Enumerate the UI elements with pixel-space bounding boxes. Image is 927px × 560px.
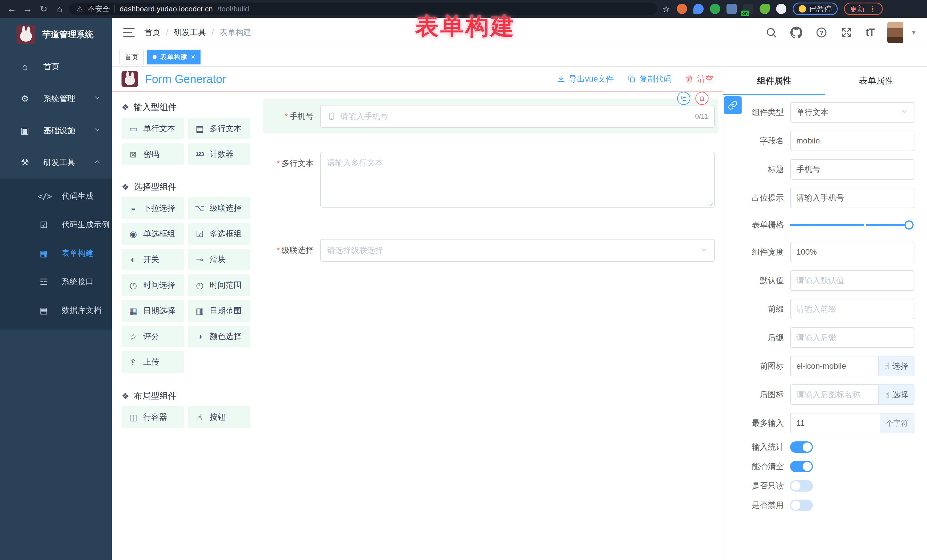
github-icon[interactable] [790, 27, 802, 38]
delete-field-button[interactable] [695, 92, 708, 105]
grid-slider[interactable] [790, 224, 909, 226]
sidebar-item-infra[interactable]: ▣ 基础设施 [0, 115, 112, 147]
paused-pill[interactable]: 已暂停 [793, 3, 838, 15]
form-canvas[interactable]: 手机号 请输入手机号 0/11 多行文本 请输入多行文本 [258, 92, 723, 560]
extension-icon-orange[interactable] [677, 4, 687, 14]
link-button[interactable] [724, 96, 742, 114]
tab-form-props[interactable]: 表单属性 [825, 67, 927, 95]
help-icon[interactable]: ? [816, 27, 827, 38]
palette-item-upload[interactable]: ⇪上传 [122, 351, 184, 373]
extension-icon-columns[interactable] [726, 4, 737, 14]
field-name-input[interactable]: mobile [790, 131, 915, 151]
clear-button[interactable]: 清空 [685, 74, 713, 84]
suffix-input[interactable]: 请输入后缀 [790, 327, 915, 348]
palette-item-select[interactable]: ◒下拉选择 [122, 197, 184, 219]
form-field-mobile[interactable]: 手机号 请输入手机号 0/11 [263, 99, 718, 134]
sidebar-item-codegen[interactable]: </> 代码生成 [0, 182, 112, 211]
sidebar-item-home[interactable]: ⌂ 首页 [0, 51, 112, 83]
readonly-toggle[interactable] [790, 480, 813, 492]
fullscreen-icon[interactable] [840, 27, 853, 38]
prop-row-clearable: 能否清空 [733, 461, 915, 472]
form-field-cascader[interactable]: 级联选择 请选择级联选择 [263, 233, 718, 267]
palette-item-date-picker[interactable]: ▦日期选择 [122, 300, 184, 322]
maxlength-input[interactable]: 11 [790, 413, 880, 433]
palette-item-checkbox-group[interactable]: ☑多选框组 [188, 223, 251, 244]
width-input[interactable]: 100% [790, 242, 915, 262]
prop-row-field-name: 字段名 mobile [733, 131, 915, 151]
sidebar-item-db-doc[interactable]: ▤ 数据库文档 [0, 296, 112, 325]
resize-handle[interactable] [708, 200, 713, 206]
palette-item-cascader[interactable]: ⌥级联选择 [188, 197, 251, 219]
slider-handle[interactable] [904, 220, 913, 229]
forward-icon[interactable]: → [21, 4, 34, 14]
palette-item-switch[interactable]: ◐开关 [122, 249, 184, 270]
palette-item-password[interactable]: ⊠密码 [122, 143, 184, 165]
word-limit-toggle[interactable] [790, 442, 813, 453]
extension-icon-dark-on[interactable]: on [743, 4, 753, 14]
slider-stop [864, 224, 866, 226]
duplicate-field-button[interactable] [677, 92, 690, 105]
breadcrumb-devtools[interactable]: 研发工具 [174, 27, 206, 38]
prefix-input[interactable]: 请输入前缀 [790, 299, 915, 319]
form-field-textarea[interactable]: 多行文本 请输入多行文本 [263, 146, 718, 213]
sidebar-item-devtools[interactable]: ⚒ 研发工具 [0, 147, 112, 179]
clearable-toggle[interactable] [790, 461, 813, 472]
placeholder-input[interactable]: 请输入手机号 [790, 188, 915, 208]
collapse-menu-icon[interactable] [123, 28, 135, 37]
sidebar-item-api[interactable]: ☲ 系统接口 [0, 267, 112, 296]
palette-item-time-range[interactable]: ◴时间范围 [188, 274, 251, 296]
prop-row-width: 组件宽度 100% [733, 242, 915, 262]
palette-item-time-picker[interactable]: ◷时间选择 [122, 274, 184, 296]
tab-form-builder[interactable]: 表单构建 × [147, 50, 201, 64]
prop-row-maxlength: 最多输入 11 个字符 [733, 413, 915, 433]
palette-item-single-line-text[interactable]: ▭单行文本 [122, 118, 184, 140]
reload-icon[interactable]: ↻ [37, 3, 50, 14]
default-value-input[interactable]: 请输入默认值 [790, 270, 915, 291]
sidebar-item-form-builder[interactable]: ▦ 表单构建 [0, 239, 112, 267]
extension-icon-blue-drop[interactable] [693, 4, 704, 14]
prefix-icon-input[interactable]: el-icon-mobile [790, 356, 878, 376]
search-icon[interactable] [765, 27, 777, 38]
component-type-select[interactable]: 单行文本 [790, 102, 915, 123]
font-size-icon[interactable]: tT [866, 27, 874, 38]
app-logo-row[interactable]: 芋道管理系统 [0, 18, 112, 51]
palette-item-textarea[interactable]: ▤多行文本 [188, 118, 251, 140]
cascader-select[interactable]: 请选择级联选择 [320, 239, 715, 262]
user-menu-caret-icon[interactable]: ▾ [912, 28, 916, 37]
palette-item-slider[interactable]: ⊸滑块 [188, 249, 251, 270]
breadcrumb-home[interactable]: 首页 [144, 27, 160, 38]
back-icon[interactable]: ← [5, 4, 18, 14]
palette-item-radio-group[interactable]: ◉单选框组 [122, 223, 184, 244]
palette-item-color-picker[interactable]: ◑颜色选择 [188, 326, 251, 347]
extension-icon-green[interactable] [710, 4, 720, 14]
palette-item-counter[interactable]: 123计数器 [188, 143, 251, 165]
palette-item-label: 单选框组 [143, 228, 175, 239]
disabled-toggle[interactable] [790, 499, 813, 511]
palette-item-rate[interactable]: ☆评分 [122, 326, 184, 347]
suffix-icon-input[interactable]: 请输入后图标名称 [790, 384, 878, 405]
palette-item-row-container[interactable]: ◫行容器 [122, 406, 184, 428]
sidebar-item-codegen-demo[interactable]: ☑ 代码生成示例 [0, 211, 112, 239]
emoji-face-icon [799, 5, 806, 12]
update-button[interactable]: 更新 ⋮ [844, 3, 883, 15]
close-icon[interactable]: × [191, 52, 195, 61]
address-bar[interactable]: ⚠ 不安全 dashboard.yudao.iocoder.cn /tool/b… [69, 3, 657, 15]
mobile-input[interactable]: 请输入手机号 0/11 [320, 105, 715, 128]
browser-menu-icon[interactable]: ⋮ [868, 4, 877, 14]
palette-item-date-range[interactable]: ▥日期范围 [188, 300, 251, 322]
extensions-puzzle-icon[interactable] [776, 4, 786, 14]
home-icon[interactable]: ⌂ [53, 4, 66, 14]
bookmark-star-icon[interactable]: ☆ [662, 4, 670, 14]
copy-code-button[interactable]: 复制代码 [627, 74, 672, 84]
tab-component-props[interactable]: 组件属性 [723, 67, 825, 95]
choose-prefix-icon-button[interactable]: ☝ 选择 [878, 356, 915, 376]
extension-icon-leaf[interactable] [760, 4, 770, 14]
choose-suffix-icon-button[interactable]: ☝ 选择 [878, 384, 915, 405]
textarea-input[interactable]: 请输入多行文本 [320, 152, 715, 208]
title-input[interactable]: 手机号 [790, 159, 915, 180]
sidebar-item-system[interactable]: ⚙ 系统管理 [0, 83, 112, 115]
export-vue-button[interactable]: 导出vue文件 [556, 74, 614, 84]
user-avatar[interactable] [887, 22, 903, 43]
tab-home[interactable]: 首页 [119, 50, 144, 64]
palette-item-button[interactable]: ☝按钮 [188, 406, 251, 428]
